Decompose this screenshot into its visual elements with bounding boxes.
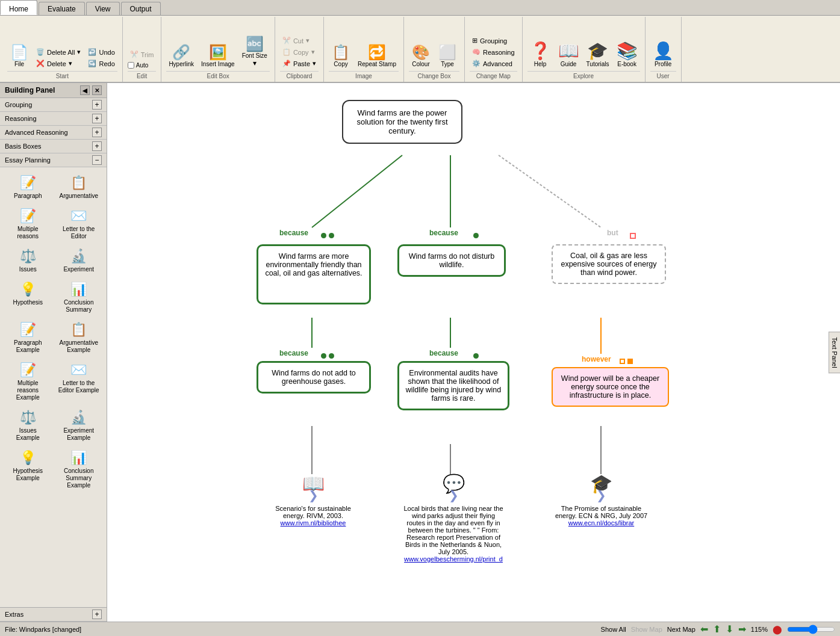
reason1-box[interactable]: Wind farms are more environmentally frie…	[257, 244, 371, 304]
reasoning-section[interactable]: Reasoning +	[0, 112, 107, 126]
extras-plus-button[interactable]: +	[92, 610, 102, 619]
grouping-section[interactable]: Grouping +	[0, 98, 107, 112]
rebuttal-box[interactable]: Coal, oil & gas are less expensive sourc…	[552, 244, 666, 284]
counter-box[interactable]: Wind power will be a cheaper energy sour…	[552, 367, 669, 407]
hypothesis-icon: 💡	[20, 282, 36, 297]
zoom-slider[interactable]	[787, 625, 835, 634]
main-canvas[interactable]: Text Panel Wind farms are the power sol	[107, 83, 840, 622]
nav-right-button[interactable]: ➡	[738, 623, 746, 635]
subreason2-box[interactable]: Environmental audits have shown that the…	[397, 361, 509, 410]
trim-button[interactable]: ✂️ Trim	[128, 49, 157, 60]
file-button[interactable]: 📄 File	[7, 44, 31, 69]
hypothesis-example-item[interactable]: 💡 Hypothesis Example	[5, 448, 51, 491]
multiple-reasons-example-label: Multiple reasons Example	[7, 380, 49, 401]
experiment-example-item[interactable]: 🔬 Experiment Example	[56, 408, 102, 443]
font-size-button[interactable]: 🔤 Font Size ▾	[240, 36, 270, 69]
nav-up-button[interactable]: ⬆	[713, 623, 721, 635]
tab-view[interactable]: View	[86, 2, 120, 15]
ebook-button[interactable]: 📚 E-book	[614, 42, 640, 69]
paste-button[interactable]: 📌 Paste ▾	[280, 58, 319, 69]
image-copy-button[interactable]: 📋 Copy	[329, 44, 353, 69]
hypothesis-item[interactable]: 💡 Hypothesis	[5, 280, 51, 315]
ebook-icon: 📚	[617, 43, 638, 60]
letter-editor-example-icon: ✉️	[70, 362, 87, 378]
reasoning-button[interactable]: 🧠 Reasoning	[470, 47, 517, 57]
grouping-label: Grouping	[480, 37, 507, 45]
type-button[interactable]: ⬜ Type	[435, 44, 459, 69]
next-map-button[interactable]: Next Map	[667, 626, 695, 633]
experiment-example-label: Experiment Example	[58, 427, 101, 442]
source1-text: Scenario's for sustainable energy. RIVM,…	[265, 505, 361, 519]
paragraph-item[interactable]: 📝 Paragraph	[5, 173, 51, 202]
letter-editor-item[interactable]: ✉️ Letter to the Editor	[56, 206, 102, 242]
multiple-reasons-item[interactable]: 📝 Multiple reasons	[5, 206, 51, 242]
paragraph-example-item[interactable]: 📝 Paragraph Example	[5, 320, 51, 356]
conclusion-summary-item[interactable]: 📊 Conclusion Summary	[56, 280, 102, 315]
tab-evaluate[interactable]: Evaluate	[39, 2, 85, 15]
advanced-reasoning-section[interactable]: Advanced Reasoning +	[0, 126, 107, 140]
panel-collapse-button[interactable]: ◀	[80, 85, 90, 95]
ribbon-group-user: 👤 Profile User	[646, 17, 682, 82]
advanced-button[interactable]: ⚙️ Advanced	[470, 58, 517, 69]
auto-checkbox[interactable]	[128, 62, 134, 69]
show-map-button[interactable]: Show Map	[631, 626, 662, 633]
tutorials-button[interactable]: 🎓 Tutorials	[584, 42, 612, 69]
copy-button[interactable]: 📋 Copy ▾	[280, 47, 319, 57]
show-all-button[interactable]: Show All	[601, 626, 626, 633]
nav-left-button[interactable]: ⬅	[700, 623, 708, 635]
tab-output[interactable]: Output	[121, 2, 161, 15]
argumentative-item[interactable]: 📋 Argumentative	[56, 173, 102, 202]
source3-link[interactable]: www.ecn.nl/docs/librar	[552, 519, 651, 526]
argumentative-example-item[interactable]: 📋 Argumentative Example	[56, 320, 102, 356]
delete-button[interactable]: ❌ Delete ▾	[34, 58, 83, 69]
cut-arrow: ▾	[306, 37, 310, 45]
profile-button[interactable]: 👤 Profile	[650, 42, 676, 69]
basis-boxes-section[interactable]: Basis Boxes +	[0, 140, 107, 153]
delete-arrow: ▾	[69, 60, 72, 67]
reasoning-plus-button[interactable]: +	[92, 114, 102, 123]
grouping-button[interactable]: ⊞ Grouping	[470, 36, 517, 46]
advanced-reasoning-plus-button[interactable]: +	[92, 128, 102, 137]
tab-home[interactable]: Home	[0, 0, 37, 15]
undo-button[interactable]: ↩️ Undo	[86, 47, 117, 57]
letter-editor-example-item[interactable]: ✉️ Letter to the Editor Example	[56, 360, 102, 403]
basis-boxes-plus-button[interactable]: +	[92, 141, 102, 151]
subreason1-box[interactable]: Wind farms do not add to greenhouse gase…	[257, 361, 371, 394]
issues-item[interactable]: ⚖️ Issues	[5, 247, 51, 275]
cut-icon: ✂️	[282, 37, 291, 45]
reason2-box[interactable]: Wind farms do not disturb wildlife.	[397, 244, 506, 277]
cut-button[interactable]: ✂️ Cut ▾	[280, 36, 319, 46]
zoom-decrease-button[interactable]: ⬤	[773, 625, 782, 634]
colour-label: Colour	[412, 61, 429, 67]
letter-editor-example-label: Letter to the Editor Example	[58, 380, 101, 394]
source1-link[interactable]: www.rivm.nl/bibliothee	[265, 519, 361, 526]
multiple-reasons-example-item[interactable]: 📝 Multiple reasons Example	[5, 360, 51, 403]
conclusion-summary-example-item[interactable]: 📊 Conclusion Summary Example	[56, 448, 102, 491]
grouping-plus-button[interactable]: +	[92, 100, 102, 110]
help-button[interactable]: ❓ Help	[527, 42, 553, 69]
nav-down-button[interactable]: ⬇	[726, 623, 733, 635]
essay-planning-minus-button[interactable]: −	[92, 155, 102, 165]
insert-image-button[interactable]: 🖼️ Insert Image	[199, 44, 237, 69]
main-claim-box[interactable]: Wind farms are the power solution for th…	[342, 100, 462, 144]
extras-section[interactable]: Extras +	[0, 608, 107, 622]
repeat-stamp-button[interactable]: 🔁 Repeat Stamp	[355, 44, 399, 69]
delete-all-button[interactable]: 🗑️ Delete All ▾	[34, 47, 83, 57]
guide-icon: 📖	[558, 43, 579, 60]
essay-planning-section[interactable]: Essay Planning −	[0, 153, 107, 167]
colour-button[interactable]: 🎨 Colour	[409, 44, 433, 69]
panel-settings-button[interactable]: ✕	[92, 85, 102, 95]
guide-label: Guide	[561, 61, 577, 67]
hyperlink-button[interactable]: 🔗 Hyperlink	[166, 44, 196, 69]
image-copy-icon: 📋	[332, 45, 350, 60]
redo-button[interactable]: ↪️ Redo	[86, 58, 117, 69]
dot-3b	[329, 353, 334, 359]
issues-example-item[interactable]: ⚖️ Issues Example	[5, 408, 51, 443]
text-panel-tab[interactable]: Text Panel	[829, 332, 840, 373]
multiple-reasons-example-icon: 📝	[20, 362, 36, 378]
guide-button[interactable]: 📖 Guide	[556, 42, 582, 69]
source3: 🎓 ❯ The Promise of sustainable energy. E…	[552, 473, 651, 526]
experiment-item[interactable]: 🔬 Experiment	[56, 247, 102, 275]
hypothesis-example-label: Hypothesis Example	[7, 468, 49, 482]
source2-link[interactable]: www.vogelbescherming.nl/print_d	[402, 555, 505, 563]
